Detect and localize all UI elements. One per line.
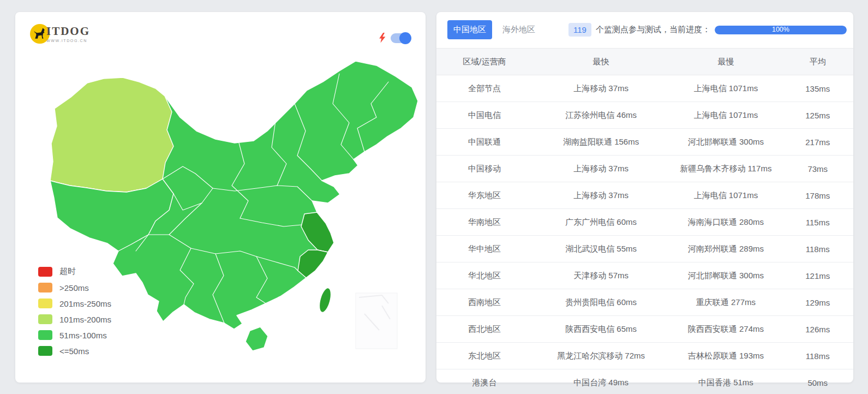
legend-label: 超时 xyxy=(59,266,76,277)
legend-label: 51ms-100ms xyxy=(59,331,107,340)
region-cell: 华东地区 xyxy=(436,182,532,209)
region-cell: 东北地区 xyxy=(436,343,532,369)
table-row: 中国联通湖南益阳联通 156ms河北邯郸联通 300ms217ms xyxy=(436,129,853,156)
tab-china-region[interactable]: 中国地区 xyxy=(447,20,492,39)
average-cell: 126ms xyxy=(782,316,853,343)
monitor-text: 个监测点参与测试，当前进度： xyxy=(596,25,710,35)
slowest-cell: 上海电信 1071ms xyxy=(669,102,782,129)
progress-label: 100% xyxy=(772,26,789,33)
average-cell: 115ms xyxy=(782,209,853,236)
slowest-cell: 重庆联通 277ms xyxy=(669,289,782,316)
region-cell: 华北地区 xyxy=(436,262,532,289)
average-cell: 50ms xyxy=(782,369,853,394)
column-header: 平均 xyxy=(782,49,853,75)
slowest-cell: 海南海口联通 280ms xyxy=(669,209,782,236)
average-cell: 129ms xyxy=(782,289,853,316)
fastest-cell: 上海移动 37ms xyxy=(532,75,669,102)
legend-swatch xyxy=(38,330,52,340)
toggle-knob xyxy=(399,32,411,44)
legend-swatch xyxy=(38,346,52,356)
monitor-count-badge: 119 xyxy=(568,23,591,37)
legend-swatch xyxy=(38,267,52,277)
region-cell: 全部节点 xyxy=(436,75,532,102)
table-row: 华北地区天津移动 57ms河北邯郸联通 300ms121ms xyxy=(436,262,853,289)
region-cell: 西南地区 xyxy=(436,289,532,316)
slowest-cell: 河北邯郸联通 300ms xyxy=(669,129,782,156)
table-row: 西南地区贵州贵阳电信 60ms重庆联通 277ms129ms xyxy=(436,289,853,316)
legend-swatch xyxy=(38,283,52,292)
region-cell: 西北地区 xyxy=(436,316,532,343)
fastest-cell: 湖南益阳联通 156ms xyxy=(532,129,669,156)
average-cell: 118ms xyxy=(782,236,853,262)
tab-overseas-region[interactable]: 海外地区 xyxy=(496,20,541,39)
legend-item: 51ms-100ms xyxy=(38,330,111,340)
slowest-cell: 上海电信 1071ms xyxy=(669,75,782,102)
fastest-cell: 广东广州电信 60ms xyxy=(532,209,669,236)
column-header: 最快 xyxy=(532,49,669,75)
slowest-cell: 吉林松原联通 193ms xyxy=(669,343,782,369)
average-cell: 178ms xyxy=(782,182,853,209)
page: ITDOG WWW.ITDOG.CN xyxy=(0,0,868,394)
legend-item: <=50ms xyxy=(38,346,111,356)
region-cell: 中国移动 xyxy=(436,156,532,182)
region-cell: 中国联通 xyxy=(436,129,532,156)
legend-label: >250ms xyxy=(59,283,89,292)
legend-item: >250ms xyxy=(38,283,111,292)
average-cell: 118ms xyxy=(782,343,853,369)
progress-bar: 100% xyxy=(715,26,847,34)
average-cell: 121ms xyxy=(782,262,853,289)
speed-toggle-group xyxy=(379,33,410,43)
fastest-cell: 中国台湾 49ms xyxy=(532,369,669,394)
table-row: 东北地区黑龙江哈尔滨移动 72ms吉林松原联通 193ms118ms xyxy=(436,343,853,369)
legend-item: 201ms-250ms xyxy=(38,299,111,308)
fastest-cell: 江苏徐州电信 46ms xyxy=(532,102,669,129)
average-cell: 73ms xyxy=(782,156,853,182)
slowest-cell: 河北邯郸联通 300ms xyxy=(669,262,782,289)
slowest-cell: 陕西西安联通 274ms xyxy=(669,316,782,343)
average-cell: 217ms xyxy=(782,129,853,156)
map-legend: 超时>250ms201ms-250ms101ms-200ms51ms-100ms… xyxy=(38,266,111,362)
map-display-toggle[interactable] xyxy=(391,33,410,43)
fastest-cell: 湖北武汉电信 55ms xyxy=(532,236,669,262)
table-header-row: 区域/运营商最快最慢平均 xyxy=(436,49,853,75)
column-header: 区域/运营商 xyxy=(436,49,532,75)
slowest-cell: 新疆乌鲁木齐移动 117ms xyxy=(669,156,782,182)
table-row: 港澳台中国台湾 49ms中国香港 51ms50ms xyxy=(436,369,853,394)
table-row: 中国移动上海移动 37ms新疆乌鲁木齐移动 117ms73ms xyxy=(436,156,853,182)
slowest-cell: 河南郑州联通 289ms xyxy=(669,236,782,262)
fastest-cell: 天津移动 57ms xyxy=(532,262,669,289)
region-cell: 中国电信 xyxy=(436,102,532,129)
fastest-cell: 上海移动 37ms xyxy=(532,182,669,209)
results-header: 中国地区 海外地区 119 个监测点参与测试，当前进度： 100% xyxy=(436,12,853,39)
region-cell: 港澳台 xyxy=(436,369,532,394)
results-panel: 中国地区 海外地区 119 个监测点参与测试，当前进度： 100% 区域/运营商… xyxy=(436,12,853,383)
fastest-cell: 上海移动 37ms xyxy=(532,156,669,182)
table-row: 华中地区湖北武汉电信 55ms河南郑州联通 289ms118ms xyxy=(436,236,853,262)
lightning-icon xyxy=(379,33,386,43)
table-row: 华南地区广东广州电信 60ms海南海口联通 280ms115ms xyxy=(436,209,853,236)
legend-swatch xyxy=(38,299,52,308)
fastest-cell: 贵州贵阳电信 60ms xyxy=(532,289,669,316)
map-panel: ITDOG WWW.ITDOG.CN xyxy=(15,12,426,383)
legend-item: 超时 xyxy=(38,266,111,277)
table-row: 西北地区陕西西安电信 65ms陕西西安联通 274ms126ms xyxy=(436,316,853,343)
column-header: 最慢 xyxy=(669,49,782,75)
brand-name: ITDOG xyxy=(46,26,90,37)
average-cell: 135ms xyxy=(782,75,853,102)
table-row: 华东地区上海移动 37ms上海电信 1071ms178ms xyxy=(436,182,853,209)
legend-label: 201ms-250ms xyxy=(59,299,111,308)
slowest-cell: 上海电信 1071ms xyxy=(669,182,782,209)
progress-fill: 100% xyxy=(715,26,847,34)
fastest-cell: 黑龙江哈尔滨移动 72ms xyxy=(532,343,669,369)
region-cell: 华中地区 xyxy=(436,236,532,262)
slowest-cell: 中国香港 51ms xyxy=(669,369,782,394)
table-row: 全部节点上海移动 37ms上海电信 1071ms135ms xyxy=(436,75,853,102)
legend-label: 101ms-200ms xyxy=(59,315,111,324)
legend-swatch xyxy=(38,314,52,324)
itdog-logo: ITDOG WWW.ITDOG.CN xyxy=(30,24,90,44)
table-row: 中国电信江苏徐州电信 46ms上海电信 1071ms125ms xyxy=(436,102,853,129)
results-table-wrap: 区域/运营商最快最慢平均 全部节点上海移动 37ms上海电信 1071ms135… xyxy=(436,48,853,394)
sea-inset-box xyxy=(356,293,397,349)
legend-item: 101ms-200ms xyxy=(38,314,111,324)
average-cell: 125ms xyxy=(782,102,853,129)
